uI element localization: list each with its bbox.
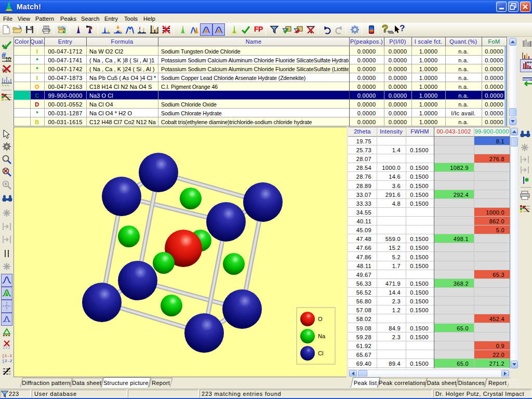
svg-text:O: O [318, 316, 323, 322]
svg-text:Cl: Cl [318, 350, 323, 356]
svg-text:Na: Na [318, 333, 326, 339]
svg-text:[1-1]: [1-1] [2, 353, 13, 358]
svg-text:[2-2]: [2-2] [2, 358, 13, 363]
